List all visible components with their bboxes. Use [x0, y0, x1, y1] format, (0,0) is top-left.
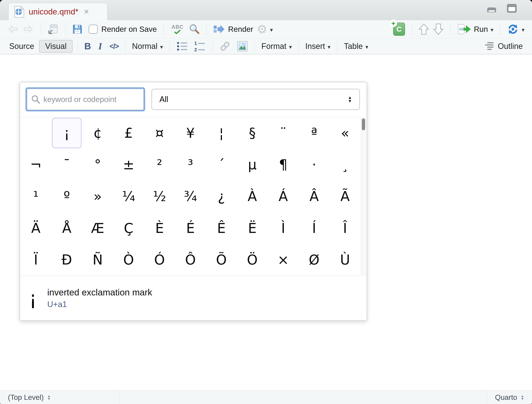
grid-scrollbar-thumb[interactable]	[362, 119, 365, 130]
maximize-icon[interactable]	[506, 4, 518, 13]
spellcheck-button[interactable]: ABC	[168, 24, 187, 35]
render-button[interactable]: Render	[211, 23, 255, 35]
character-cell[interactable]: ¶	[268, 149, 299, 181]
character-cell[interactable]: Í	[299, 212, 329, 244]
character-cell[interactable]: ¨	[268, 117, 299, 149]
render-options-button[interactable]: ⚙ ▾	[255, 22, 275, 36]
save-button[interactable]	[70, 23, 85, 36]
character-cell[interactable]: Ò	[113, 244, 144, 276]
character-cell[interactable]: Ë	[237, 212, 268, 244]
character-cell[interactable]: §	[237, 117, 268, 149]
character-cell[interactable]: ´	[206, 149, 237, 181]
character-cell[interactable]: ²	[144, 149, 175, 181]
insert-link-button[interactable]	[217, 39, 233, 53]
character-cell[interactable]: ¿	[206, 181, 237, 212]
minimize-icon[interactable]	[486, 4, 497, 13]
back-arrow-icon	[7, 24, 19, 34]
character-cell[interactable]: Ç	[113, 212, 144, 244]
character-cell[interactable]	[20, 117, 51, 149]
character-search-input[interactable]	[43, 95, 139, 104]
character-cell[interactable]: Ã	[329, 181, 361, 212]
category-select[interactable]: All ▲▼	[152, 89, 360, 110]
render-on-save-toggle[interactable]: Render on Save	[85, 24, 158, 35]
character-cell[interactable]: Á	[268, 181, 299, 212]
character-cell[interactable]: Ð	[51, 244, 82, 276]
character-cell[interactable]: Ì	[268, 212, 299, 244]
character-cell[interactable]: ¬	[20, 149, 51, 181]
rerun-button[interactable]: ▾	[505, 23, 526, 35]
character-cell[interactable]: ª	[299, 117, 329, 149]
insert-chunk-button[interactable]: C +	[388, 22, 407, 37]
bold-button[interactable]: B	[82, 40, 93, 52]
scope-selector[interactable]: (Top Level) ▲▼	[0, 391, 120, 404]
character-cell[interactable]: Ê	[206, 212, 237, 244]
grid-scrollbar[interactable]	[361, 117, 366, 276]
character-cell[interactable]: Î	[329, 212, 361, 244]
character-cell[interactable]: °	[82, 149, 113, 181]
italic-icon: I	[98, 41, 102, 51]
character-cell[interactable]: ¯	[51, 149, 82, 181]
character-cell[interactable]: ¥	[175, 117, 206, 149]
tab-close-icon[interactable]: ✕	[83, 8, 89, 16]
character-cell[interactable]: ×	[268, 244, 299, 276]
separator	[500, 24, 500, 35]
source-mode-button[interactable]: Source	[7, 41, 36, 52]
visual-mode-button[interactable]: Visual	[39, 40, 73, 53]
link-chain-icon	[219, 40, 231, 52]
character-cell[interactable]: Ù	[329, 244, 361, 276]
paragraph-style-dropdown[interactable]: Normal ▾	[130, 41, 165, 52]
character-cell[interactable]: ¼	[113, 181, 144, 212]
open-in-new-window-button[interactable]	[45, 23, 60, 36]
outline-toggle-button[interactable]: Outline	[482, 41, 525, 52]
document-format-selector[interactable]: Quarto ▲▼	[487, 391, 532, 404]
table-menu[interactable]: Table ▾	[342, 41, 370, 52]
character-cell[interactable]: »	[82, 181, 113, 212]
numbered-list-button[interactable]: 1 2	[192, 40, 208, 53]
character-cell[interactable]: ¦	[206, 117, 237, 149]
run-button[interactable]: Run ▾	[456, 23, 495, 36]
character-cell[interactable]: ·	[299, 149, 329, 181]
go-to-next-chunk-button[interactable]	[431, 22, 446, 36]
bulleted-list-button[interactable]	[175, 40, 190, 53]
save-floppy-icon	[72, 24, 83, 35]
character-cell[interactable]: Ó	[144, 244, 175, 276]
character-cell[interactable]: º	[51, 181, 82, 212]
character-cell[interactable]: Â	[299, 181, 329, 212]
character-cell[interactable]: ¤	[144, 117, 175, 149]
character-cell[interactable]: ³	[175, 149, 206, 181]
character-cell[interactable]: «	[329, 117, 361, 149]
character-cell[interactable]: Å	[51, 212, 82, 244]
format-menu[interactable]: Format ▾	[260, 41, 294, 52]
insert-menu[interactable]: Insert ▾	[304, 41, 332, 52]
character-cell[interactable]: Ö	[237, 244, 268, 276]
character-cell[interactable]: Ô	[175, 244, 206, 276]
character-cell[interactable]: Ï	[20, 244, 51, 276]
insert-image-button[interactable]	[235, 40, 250, 53]
character-cell[interactable]: À	[237, 181, 268, 212]
forward-button[interactable]	[21, 23, 36, 35]
character-cell[interactable]: ¢	[82, 117, 113, 149]
character-cell[interactable]: Ø	[299, 244, 329, 276]
character-cell[interactable]: Ä	[20, 212, 51, 244]
character-cell[interactable]: Ñ	[82, 244, 113, 276]
character-cell[interactable]: µ	[237, 149, 268, 181]
character-cell[interactable]: ¡	[52, 118, 82, 148]
character-cell[interactable]: ½	[144, 181, 175, 212]
render-on-save-checkbox[interactable]	[89, 25, 98, 34]
code-button[interactable]: </>	[108, 41, 120, 51]
character-cell[interactable]: Æ	[82, 212, 113, 244]
character-cell[interactable]: ¹	[20, 181, 51, 212]
character-cell[interactable]: É	[175, 212, 206, 244]
editor-canvas[interactable]: All ▲▼ ¡¢£¤¥¦§¨ª«¬¯°±²³´µ¶·¸¹º»¼½¾¿ÀÁÂÃÄ…	[0, 55, 532, 390]
character-cell[interactable]: ¸	[329, 149, 361, 181]
character-cell[interactable]: È	[144, 212, 175, 244]
italic-button[interactable]: I	[97, 40, 104, 52]
find-button[interactable]	[187, 23, 202, 36]
character-cell[interactable]: ±	[113, 149, 144, 181]
character-cell[interactable]: £	[113, 117, 144, 149]
go-to-previous-chunk-button[interactable]	[417, 22, 431, 36]
character-cell[interactable]: Õ	[206, 244, 237, 276]
back-button[interactable]	[6, 23, 21, 35]
tab-unicode-qmd[interactable]: unicode.qmd* ✕	[8, 3, 108, 20]
character-cell[interactable]: ¾	[175, 181, 206, 212]
